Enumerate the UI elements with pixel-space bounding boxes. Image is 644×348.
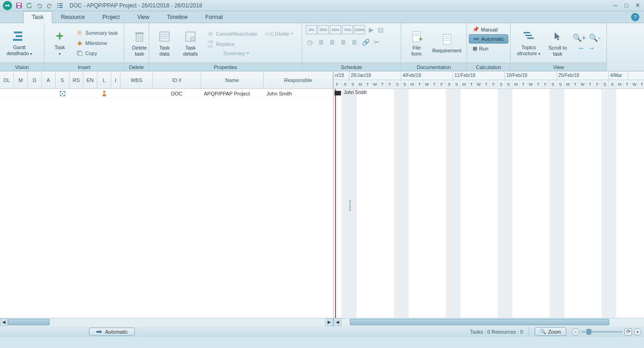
pct-50[interactable]: 50%: [330, 25, 341, 34]
zoom-button[interactable]: 🔍 Zoom: [535, 327, 566, 336]
status-mode-button[interactable]: Automatic: [89, 328, 135, 336]
maximize-button[interactable]: □: [623, 2, 630, 9]
doc4-icon[interactable]: 🗎: [350, 38, 359, 46]
timeline-day: S: [505, 80, 512, 89]
col-id[interactable]: ID #: [153, 71, 201, 89]
unlink-icon[interactable]: ✂: [373, 38, 381, 46]
summary-task-button[interactable]: ⎘ Summary task: [74, 28, 120, 38]
cell[interactable]: [83, 89, 97, 98]
delete-task-button[interactable]: Delete task: [128, 27, 151, 59]
tab-project[interactable]: Project: [94, 11, 128, 23]
col-dl[interactable]: DL: [0, 71, 14, 89]
undo-icon[interactable]: [35, 1, 44, 10]
cell[interactable]: [28, 89, 42, 98]
gantt-body[interactable]: John Smith: [334, 89, 644, 318]
milestone-button[interactable]: ◆ Milestone: [74, 38, 120, 48]
nav-right-icon[interactable]: →: [588, 44, 595, 52]
pct-25[interactable]: 25%: [318, 25, 329, 34]
svg-point-38: [103, 90, 105, 93]
cell[interactable]: [120, 89, 153, 98]
tab-task[interactable]: Task: [23, 11, 52, 23]
col-name[interactable]: Name: [201, 71, 264, 89]
task-data-button[interactable]: Task data: [153, 27, 176, 59]
cell[interactable]: DOC: [153, 89, 201, 98]
zoom-in-icon[interactable]: 🔍+: [573, 33, 586, 42]
table-row[interactable]: DOCAPQP/PPAP ProjectJohn Smith: [0, 89, 333, 98]
tab-format[interactable]: Format: [196, 11, 232, 23]
cell[interactable]: [69, 89, 83, 98]
col-en[interactable]: EN: [83, 71, 97, 89]
task-details-button[interactable]: Task details: [179, 27, 202, 59]
cell[interactable]: [0, 89, 14, 98]
clock-icon[interactable]: ◷: [306, 38, 314, 46]
zoom-reset-button[interactable]: ⟳: [625, 328, 632, 335]
scroll-to-task-button[interactable]: Scroll to task: [546, 27, 570, 59]
col-l[interactable]: L: [97, 71, 111, 89]
save-icon[interactable]: [15, 1, 23, 10]
gantt-detalhado-button[interactable]: Gantt detalhado ▾: [4, 27, 35, 59]
tab-view[interactable]: View: [128, 11, 158, 23]
zoom-minus-button[interactable]: −: [572, 328, 579, 335]
play-icon[interactable]: ▶: [369, 26, 374, 33]
scroll-left-icon[interactable]: ◀: [334, 318, 341, 326]
doc2-icon[interactable]: 🗎: [328, 38, 336, 46]
summary-button[interactable]: Summary ▾: [205, 50, 295, 57]
col-i[interactable]: I: [111, 71, 120, 89]
topics-structure-button[interactable]: Topics structure ▾: [514, 27, 543, 59]
col-wbs[interactable]: WBS: [120, 71, 153, 89]
zoom-plus-button[interactable]: +: [634, 328, 641, 335]
help-icon[interactable]: ?: [631, 13, 639, 21]
col-responsible[interactable]: Responsible: [264, 71, 333, 89]
tab-timeline[interactable]: Timeline: [158, 11, 196, 23]
automatic-button[interactable]: Automatic: [469, 34, 508, 44]
divide-button[interactable]: ▭▯ Divide ▾: [264, 29, 295, 38]
doc3-icon[interactable]: 🗎: [339, 38, 347, 46]
minimize-button[interactable]: ─: [612, 2, 619, 9]
pct-0[interactable]: 0%: [306, 25, 317, 34]
col-s[interactable]: S: [56, 71, 69, 89]
gantt-bar[interactable]: [335, 91, 341, 95]
cell[interactable]: APQP/PPAP Project: [201, 89, 264, 98]
copy-button[interactable]: Copy: [74, 49, 120, 58]
col-rs[interactable]: RS: [69, 71, 83, 89]
tab-resource[interactable]: Resource: [52, 11, 94, 23]
close-button[interactable]: ✕: [634, 2, 641, 9]
cell[interactable]: John Smith: [264, 89, 333, 98]
file-form-button[interactable]: + File form: [405, 27, 428, 59]
cell[interactable]: [42, 89, 56, 98]
splitter-handle[interactable]: [348, 199, 352, 213]
cancel-reactivate-button[interactable]: ⊘ Cancel/Reactivate: [205, 29, 259, 38]
scroll-right-icon[interactable]: ▶: [325, 318, 333, 326]
group-delete-label: Delete: [124, 63, 149, 71]
run-button[interactable]: ▦ Run: [469, 44, 508, 53]
scroll-left-icon[interactable]: ◀: [0, 318, 8, 326]
calendar-icon[interactable]: ▤: [378, 26, 384, 33]
person-icon[interactable]: [97, 89, 111, 98]
list-icon[interactable]: [56, 1, 64, 10]
col-d[interactable]: D: [28, 71, 42, 89]
refresh-icon[interactable]: [25, 1, 33, 10]
col-a[interactable]: A: [42, 71, 56, 89]
pct-75[interactable]: 75%: [342, 25, 353, 34]
pct-100[interactable]: 100%: [354, 25, 365, 34]
zoom-out-icon[interactable]: 🔍-: [589, 33, 600, 42]
requirement-button[interactable]: Requirement: [431, 30, 463, 56]
manual-button[interactable]: 📌 Manual: [469, 25, 508, 34]
gantt-hscroll[interactable]: ◀ ▶: [334, 318, 644, 326]
redo-icon[interactable]: [45, 1, 54, 10]
pin-icon: 📌: [473, 26, 479, 32]
cell[interactable]: [14, 89, 28, 98]
doc1-icon[interactable]: 🗎: [317, 38, 325, 46]
link-icon[interactable]: 🔗: [361, 38, 370, 46]
timeline-day: T: [468, 80, 475, 89]
timeline-day: S: [557, 80, 564, 89]
task-button[interactable]: + Task▾: [48, 27, 71, 59]
expand-icon[interactable]: [56, 89, 69, 98]
cell[interactable]: [111, 89, 120, 98]
nav-left-icon[interactable]: ←: [578, 44, 585, 52]
col-m[interactable]: M: [14, 71, 28, 89]
svg-rect-29: [443, 34, 451, 44]
zoom-slider[interactable]: − ⟳ +: [572, 328, 641, 335]
replace-button[interactable]: ABAC Replace: [205, 39, 295, 49]
table-hscroll[interactable]: ◀ ▶: [0, 318, 333, 326]
